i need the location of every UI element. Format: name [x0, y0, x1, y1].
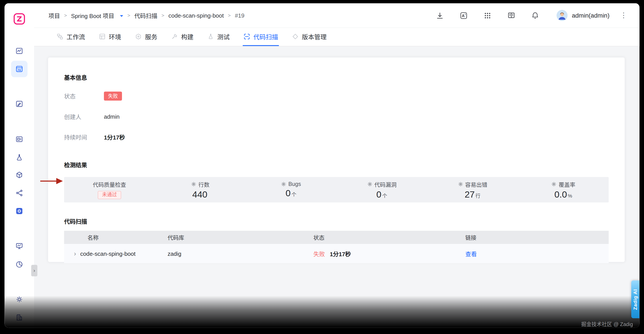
sidebar-collapse-handle[interactable]: ›: [31, 265, 37, 276]
tab-test[interactable]: 测试: [206, 28, 230, 46]
zadig-logo-icon: [13, 13, 26, 25]
metric-icon: [551, 182, 556, 187]
workflow-tab-icon: [57, 33, 63, 40]
status-row: 状态 失败: [64, 92, 609, 101]
chevron-down-icon[interactable]: [120, 15, 123, 18]
tab-label: 工作流: [66, 32, 85, 41]
scan-result-card: 基本信息 状态 失败 创建人 admin 持续时间 1分17秒 检测结果: [48, 58, 625, 262]
tab-label: 服务: [145, 32, 157, 41]
sidebar-item-system-config[interactable]: [11, 203, 28, 219]
view-link[interactable]: 查看: [465, 250, 608, 258]
sidebar-item-workflows[interactable]: [11, 185, 28, 201]
tab-version-management[interactable]: 版本管理: [291, 28, 327, 46]
breadcrumb-scan-name[interactable]: code-scan-sping-boot: [168, 12, 224, 19]
download-icon[interactable]: [436, 11, 444, 19]
tab-label: 测试: [218, 32, 230, 41]
delivery-cube-icon: [15, 171, 23, 179]
duration-label: 持续时间: [64, 133, 104, 141]
screenshot-stage: PM: [0, 0, 644, 334]
metric-value: 440: [192, 189, 208, 200]
metric-label: 代码漏洞: [374, 180, 396, 188]
tab-code-scan[interactable]: 代码扫描: [243, 28, 279, 46]
metric-icon: [281, 182, 286, 187]
col-status: 状态: [314, 233, 465, 241]
metric-label: Bugs: [288, 181, 301, 188]
header-actions: A x: [436, 10, 627, 21]
lines-stat: 行数 440: [155, 177, 246, 202]
row-expand-icon[interactable]: ›: [74, 250, 76, 257]
coverage-stat: 覆盖率 0.0%: [518, 177, 608, 202]
sidebar-item-insight[interactable]: [11, 238, 28, 254]
sidebar-item-templates[interactable]: [11, 96, 28, 112]
app-window: PM: [4, 3, 640, 328]
tab-environment[interactable]: 环境: [98, 28, 122, 46]
settings-gear-icon: [15, 295, 23, 304]
metric-unit: 个: [382, 193, 387, 199]
scan-table-title: 代码扫描: [64, 217, 609, 226]
user-avatar[interactable]: [557, 10, 568, 21]
sidebar-item-tests[interactable]: [11, 149, 28, 166]
creator-row: 创建人 admin: [64, 112, 609, 121]
version-tab-icon: [292, 33, 299, 40]
sidebar-item-reports[interactable]: [11, 256, 28, 273]
tab-build[interactable]: 构建: [170, 28, 194, 46]
pie-chart-icon: [15, 260, 23, 268]
metric-label: 容易出错: [465, 180, 487, 188]
basic-info-title: 基本信息: [64, 73, 609, 81]
apps-grid-icon[interactable]: [484, 11, 492, 19]
builds-icon: [15, 135, 23, 143]
zadig-ai-tab[interactable]: Zadig AI: [631, 280, 640, 318]
results-title: 检测结果: [64, 161, 609, 169]
scan-table-header: 名称 代码库 状态 链接: [64, 231, 609, 244]
workflows-icon: [15, 189, 23, 197]
breadcrumb-separator: >: [228, 12, 231, 18]
tab-workflow[interactable]: 工作流: [56, 28, 86, 46]
services-tab-icon: [135, 33, 142, 40]
sidebar-item-dashboard[interactable]: [11, 43, 28, 59]
bell-icon[interactable]: [531, 11, 540, 19]
project-tabbar: 工作流 环境 服务: [34, 28, 640, 46]
sidebar-item-organization[interactable]: [11, 309, 28, 326]
sidebar-item-delivery[interactable]: [11, 167, 28, 183]
duration-row: 持续时间 1分17秒: [64, 133, 609, 142]
sidebar-item-projects[interactable]: PM: [11, 61, 28, 77]
metric-unit: %: [568, 193, 572, 199]
code-smells-stat: 容易出错 27行: [427, 177, 518, 202]
breadcrumb-task-id: #19: [235, 12, 244, 19]
row-duration: 1分17秒: [330, 251, 351, 257]
metric-unit: 个: [292, 192, 296, 198]
projects-icon-badge: PM: [18, 69, 21, 72]
avatar-image: [557, 10, 568, 21]
col-name: 名称: [64, 233, 168, 241]
projects-icon: PM: [15, 65, 23, 73]
metric-value: 0: [376, 189, 381, 200]
table-row[interactable]: › code-scan-sping-boot zadig 失败1分17秒 查看: [64, 244, 609, 263]
docs-icon[interactable]: [507, 11, 516, 19]
metric-icon: [458, 182, 463, 187]
bugs-stat: Bugs 0个: [246, 177, 336, 202]
metric-value: 27: [465, 189, 475, 200]
status-label: 状态: [64, 92, 104, 100]
row-repo: zadig: [168, 250, 313, 257]
svg-text:A: A: [462, 14, 465, 18]
col-repo: 代码库: [168, 233, 313, 241]
breadcrumb-projects[interactable]: 项目: [48, 11, 60, 19]
tests-flask-icon: [15, 153, 23, 161]
breadcrumb-code-scan[interactable]: 代码扫描: [134, 11, 157, 19]
quality-gate-stat: 代码质量检查 未通过: [64, 177, 155, 202]
col-link: 链接: [465, 233, 608, 241]
scan-table: 名称 代码库 状态 链接 › code-scan-sping-boot zadi…: [64, 231, 609, 263]
translate-icon[interactable]: A x: [460, 11, 468, 19]
tab-label: 环境: [109, 32, 121, 41]
sidebar-item-builds[interactable]: [11, 131, 28, 148]
kebab-menu-icon[interactable]: ⋮: [620, 12, 627, 19]
breadcrumb-project-name[interactable]: Spring Boot 项目: [71, 11, 114, 19]
metric-label: 行数: [198, 180, 210, 188]
creator-label: 创建人: [64, 112, 104, 121]
user-name[interactable]: admin(admin): [572, 12, 610, 19]
tab-services[interactable]: 服务: [134, 28, 158, 46]
sidebar-item-settings[interactable]: [11, 291, 28, 308]
system-config-icon: [15, 207, 23, 215]
watermark-text: 掘金技术社区 @ Zadig: [581, 320, 633, 328]
zadig-logo[interactable]: [11, 11, 28, 27]
